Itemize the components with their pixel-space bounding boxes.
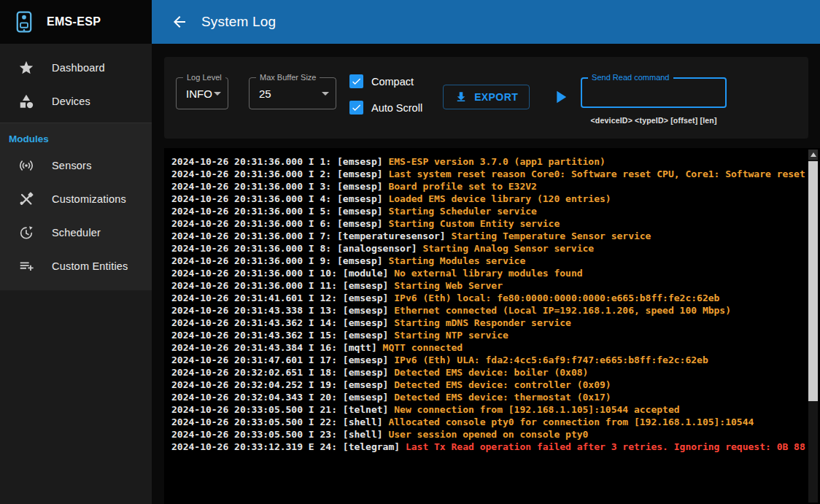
log-line: 2024-10-26 20:31:36.000 I 2: [emsesp] La… [171, 168, 808, 180]
sidebar-item-customizations[interactable]: Customizations [0, 182, 152, 216]
playlist-add-icon [18, 258, 34, 274]
log-line: 2024-10-26 20:31:41.601 I 12: [emsesp] I… [171, 292, 808, 304]
log-line: 2024-10-26 20:31:36.000 I 5: [emsesp] St… [171, 205, 808, 217]
log-line: 2024-10-26 20:31:36.000 I 9: [emsesp] St… [171, 255, 808, 267]
sidebar-item-label: Devices [52, 96, 90, 107]
scheduler-clock-icon [18, 225, 34, 241]
page-title: System Log [201, 14, 276, 30]
construction-icon [18, 191, 34, 207]
log-line-message: New connection from [192.168.1.105]:1054… [394, 404, 679, 415]
log-line-prefix: 2024-10-26 20:31:36.000 I 10: [module] [171, 268, 394, 279]
chevron-down-icon [214, 92, 221, 96]
log-line-prefix: 2024-10-26 20:33:12.319 E 24: [telegram] [171, 441, 406, 452]
log-scrollbar[interactable] [808, 150, 818, 503]
log-line: 2024-10-26 20:33:05.500 I 21: [telnet] N… [171, 403, 808, 416]
log-line-message: Board profile set to E32V2 [388, 181, 537, 192]
log-line-prefix: 2024-10-26 20:31:36.000 I 8: [analogsens… [171, 243, 422, 254]
send-read-command-input[interactable] [582, 79, 725, 106]
sidebar-item-label: Custom Entities [52, 260, 128, 272]
log-line: 2024-10-26 20:31:36.000 I 11: [emsesp] S… [171, 279, 808, 292]
log-line: 2024-10-26 20:32:04.252 I 19: [emsesp] D… [171, 379, 808, 391]
sidebar-item-custom-entities[interactable]: Custom Entities [0, 249, 152, 283]
log-line-prefix: 2024-10-26 20:31:36.000 I 7: [temperatur… [171, 230, 452, 241]
sidebar-item-label: Sensors [52, 160, 92, 171]
system-log-output[interactable]: 2024-10-26 20:31:36.000 I 1: [emsesp] EM… [164, 148, 820, 504]
log-line-prefix: 2024-10-26 20:31:36.000 I 3: [emsesp] [171, 181, 388, 192]
log-line: 2024-10-26 20:32:02.651 I 18: [emsesp] D… [171, 366, 808, 379]
ems-esp-logo-icon [12, 9, 36, 34]
send-read-command-field: Send Read command [581, 77, 727, 108]
appbar: System Log [152, 0, 820, 44]
sidebar-item-devices[interactable]: Devices [0, 85, 152, 118]
log-line: 2024-10-26 20:31:47.601 I 17: [emsesp] I… [171, 354, 808, 366]
log-line: 2024-10-26 20:33:12.319 E 24: [telegram]… [171, 441, 808, 453]
send-command-button[interactable] [550, 87, 570, 107]
log-line-message: EMS-ESP version 3.7.0 (app1 partition) [388, 156, 605, 167]
sidebar-item-dashboard[interactable]: Dashboard [0, 51, 152, 85]
arrow-back-icon [171, 13, 188, 31]
log-line-prefix: 2024-10-26 20:32:02.651 I 18: [emsesp] [171, 367, 394, 378]
checkbox-checked-icon [349, 101, 363, 115]
send-read-command-label: Send Read command [588, 73, 673, 82]
log-line-prefix: 2024-10-26 20:31:36.000 I 1: [emsesp] [171, 156, 388, 167]
log-line: 2024-10-26 20:31:36.000 I 4: [emsesp] Lo… [171, 193, 808, 205]
log-line-message: Starting NTP service [394, 330, 508, 341]
log-line-prefix: 2024-10-26 20:33:05.500 I 22: [shell] [171, 416, 388, 427]
log-line-prefix: 2024-10-26 20:32:04.343 I 20: [emsesp] [171, 392, 394, 403]
main-area: System Log Log Level INFO Max Buffer Siz… [152, 0, 820, 504]
log-level-select[interactable]: Log Level INFO [176, 77, 228, 109]
log-line-message: Starting Custom Entity service [388, 218, 560, 229]
scrollbar-up-button[interactable] [808, 150, 818, 160]
log-line: 2024-10-26 20:31:43.338 I 13: [emsesp] E… [171, 304, 808, 317]
log-line-message: Last system reset reason Core0: Software… [388, 168, 805, 179]
max-buffer-select[interactable]: Max Buffer Size 25 [249, 77, 336, 109]
log-line-message: Starting Web Server [394, 280, 503, 291]
arrow-up-icon [811, 152, 816, 157]
log-line-prefix: 2024-10-26 20:31:36.000 I 6: [emsesp] [171, 218, 388, 229]
log-line: 2024-10-26 20:31:36.000 I 10: [module] N… [171, 267, 808, 279]
log-line-message: Detected EMS device: boiler (0x08) [394, 367, 588, 378]
export-button[interactable]: EXPORT [443, 85, 530, 109]
download-icon [455, 90, 468, 104]
sidebar-nav: Dashboard Devices [0, 44, 152, 118]
compact-checkbox-label: Compact [371, 76, 414, 88]
log-line-prefix: 2024-10-26 20:31:43.362 I 14: [emsesp] [171, 317, 394, 328]
log-line-prefix: 2024-10-26 20:31:36.000 I 9: [emsesp] [171, 255, 388, 266]
log-line-message: IPv6 (Eth) local: fe80:0000:0000:0000:e6… [394, 292, 719, 303]
log-line: 2024-10-26 20:31:36.000 I 6: [emsesp] St… [171, 217, 808, 230]
log-line: 2024-10-26 20:32:04.343 I 20: [emsesp] D… [171, 391, 808, 403]
sidebar-item-label: Customizations [52, 193, 126, 205]
sidebar-item-sensors[interactable]: Sensors [0, 149, 152, 182]
log-line-message: Detected EMS device: controller (0x09) [394, 379, 611, 390]
log-line-message: MQTT connected [383, 342, 463, 353]
log-line-prefix: 2024-10-26 20:33:05.500 I 21: [telnet] [171, 404, 394, 415]
log-line-message: Ethernet connected (Local IP=192.168.1.2… [394, 305, 731, 316]
sensors-icon [18, 158, 34, 174]
log-line: 2024-10-26 20:33:05.500 I 22: [shell] Al… [171, 416, 808, 428]
scrollbar-thumb[interactable] [808, 161, 818, 401]
log-line-message: Starting mDNS Responder service [394, 317, 571, 328]
back-button[interactable] [171, 13, 188, 31]
content: Log Level INFO Max Buffer Size 25 Compac… [152, 44, 820, 504]
log-line-message: Starting Analog Sensor service [422, 243, 594, 254]
log-level-label: Log Level [183, 73, 225, 82]
log-line-message: User session opened on console pty0 [388, 429, 588, 440]
send-command-group: Send Read command <deviceID> <typeID> [o… [581, 77, 727, 125]
log-line-prefix: 2024-10-26 20:31:36.000 I 2: [emsesp] [171, 168, 388, 179]
star-icon [18, 60, 34, 76]
autoscroll-checkbox-label: Auto Scroll [371, 102, 422, 114]
modules-section: Modules Sensors Customizations [0, 123, 152, 290]
chevron-down-icon [322, 92, 329, 96]
log-line-message: IPv6 (Eth) ULA: fda2:4cc5:6af9:f747:e665… [394, 354, 708, 365]
sidebar: EMS-ESP Dashboard Devices Modules [0, 0, 152, 504]
log-line-message: Starting Scheduler service [388, 206, 537, 217]
log-line: 2024-10-26 20:31:43.362 I 15: [emsesp] S… [171, 329, 808, 341]
log-line-prefix: 2024-10-26 20:31:36.000 I 5: [emsesp] [171, 206, 388, 217]
devices-category-icon [18, 93, 34, 109]
autoscroll-checkbox[interactable]: Auto Scroll [349, 101, 422, 115]
compact-checkbox[interactable]: Compact [349, 74, 422, 88]
log-line-prefix: 2024-10-26 20:31:43.384 I 16: [mqtt] [171, 342, 383, 353]
sidebar-item-scheduler[interactable]: Scheduler [0, 216, 152, 249]
log-line-message: No external library modules found [394, 268, 582, 279]
log-line-message: Allocated console pty0 for connection fr… [388, 416, 754, 427]
